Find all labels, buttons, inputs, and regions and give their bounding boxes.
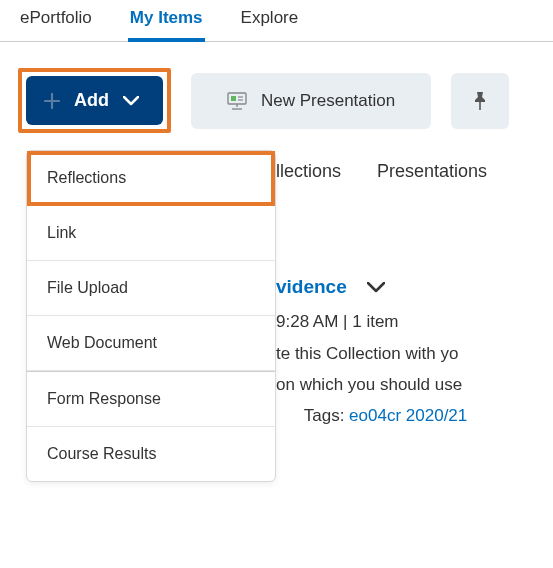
menu-item-form-response[interactable]: Form Response bbox=[27, 372, 275, 427]
collection-meta: 9:28 AM | 1 item bbox=[276, 308, 535, 335]
tag-link[interactable]: eo04cr 2020/21 bbox=[349, 406, 467, 425]
menu-item-file-upload[interactable]: File Upload bbox=[27, 261, 275, 316]
new-presentation-label: New Presentation bbox=[261, 91, 395, 111]
filter-collections[interactable]: llections bbox=[276, 161, 341, 182]
collection-title-link[interactable]: vidence bbox=[276, 272, 385, 302]
tab-bar: ePortfolio My Items Explore bbox=[0, 0, 553, 42]
push-pin-button[interactable] bbox=[451, 73, 509, 129]
svg-rect-1 bbox=[231, 96, 236, 101]
presentation-icon bbox=[227, 92, 247, 110]
toolbar: Add New Presentation bbox=[0, 42, 553, 133]
tags-row: Tags: eo04cr 2020/21 bbox=[276, 402, 535, 429]
push-pin-icon bbox=[471, 91, 489, 111]
collection-description-line2: on which you should use bbox=[276, 371, 535, 398]
svg-rect-0 bbox=[228, 93, 246, 104]
chevron-down-icon bbox=[367, 272, 385, 302]
filter-presentations[interactable]: Presentations bbox=[377, 161, 487, 182]
tab-my-items[interactable]: My Items bbox=[128, 2, 205, 42]
tab-eportfolio[interactable]: ePortfolio bbox=[18, 2, 94, 41]
menu-item-reflections[interactable]: Reflections bbox=[27, 151, 275, 206]
tags-label: Tags: bbox=[304, 406, 345, 425]
new-presentation-button[interactable]: New Presentation bbox=[191, 73, 431, 129]
menu-item-web-document[interactable]: Web Document bbox=[27, 316, 275, 371]
tab-explore[interactable]: Explore bbox=[239, 2, 301, 41]
plus-icon bbox=[44, 93, 60, 109]
add-button-highlight: Add bbox=[18, 68, 171, 133]
add-button[interactable]: Add bbox=[26, 76, 163, 125]
collection-title-text: vidence bbox=[276, 272, 347, 302]
menu-item-course-results[interactable]: Course Results bbox=[27, 427, 275, 481]
collection-description-line1: te this Collection with yo bbox=[276, 340, 535, 367]
menu-item-link[interactable]: Link bbox=[27, 206, 275, 261]
chevron-down-icon bbox=[123, 96, 139, 106]
add-button-label: Add bbox=[74, 90, 109, 111]
add-dropdown-menu: Reflections Link File Upload Web Documen… bbox=[26, 150, 276, 482]
